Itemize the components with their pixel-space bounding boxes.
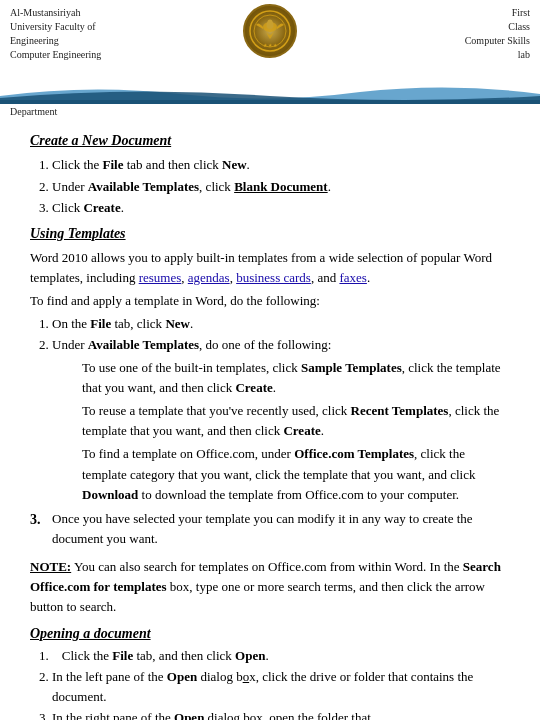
uni-dept-name: Computer Engineering: [10, 48, 101, 62]
class-rank: First: [465, 6, 530, 20]
open-dialog-label: Open: [167, 669, 197, 684]
find-apply-intro: To find and apply a template in Word, do…: [30, 291, 510, 311]
sub-item-sample: To use one of the built-in templates, cl…: [82, 358, 510, 398]
step3-text: Once you have selected your template you…: [52, 509, 510, 549]
create-label: Create: [83, 200, 120, 215]
list-item: Under Available Templates, click Blank D…: [52, 177, 510, 197]
class-label: Class: [465, 20, 530, 34]
resumes-link[interactable]: resumes: [139, 270, 182, 285]
available-templates-label2: Available Templates: [88, 337, 199, 352]
business-cards-link[interactable]: business cards: [236, 270, 311, 285]
sub-item-recent: To reuse a template that you've recently…: [82, 401, 510, 441]
note-block: NOTE: You can also search for templates …: [30, 557, 510, 617]
list-item: Click Create.: [52, 198, 510, 218]
agendas-link[interactable]: agendas: [188, 270, 230, 285]
note-label: NOTE:: [30, 559, 71, 574]
faxes-link[interactable]: faxes: [339, 270, 366, 285]
create-steps-list: Click the File tab and then click New. U…: [30, 155, 510, 218]
department-label: Department: [0, 104, 540, 119]
available-templates-label: Available Templates: [88, 179, 199, 194]
officecom-templates-label: Office.com Templates: [294, 446, 414, 461]
file-label: File: [103, 157, 124, 172]
uni-faculty: University Faculty of: [10, 20, 101, 34]
blank-doc-label: Blank Document: [234, 179, 328, 194]
step3-item: 3. Once you have selected your template …: [30, 509, 510, 549]
logo-emblem: ★ ★ ★: [243, 4, 297, 58]
class-subject: Computer Skills: [465, 34, 530, 48]
step3-number: 3.: [30, 509, 52, 549]
new-label: New: [222, 157, 247, 172]
main-content: Create a New Document Click the File tab…: [0, 119, 540, 720]
note-text: You can also search for templates on Off…: [30, 559, 501, 614]
header-wave-decoration: [0, 82, 540, 100]
find-steps-list: On the File tab, click New. Under Availa…: [30, 314, 510, 505]
create-label2: Create: [235, 380, 272, 395]
file-tab-label: File: [90, 316, 111, 331]
uni-faculty2: Engineering: [10, 34, 101, 48]
open-label: Open: [235, 648, 265, 663]
opening-section-title: Opening a document: [30, 626, 510, 642]
open-steps-list: Click the File tab, and then click Open.…: [30, 646, 510, 720]
class-info: First Class Computer Skills lab: [465, 6, 530, 62]
ox-char: o: [243, 669, 250, 684]
svg-point-4: [268, 20, 273, 25]
list-item: In the left pane of the Open dialog box,…: [52, 667, 510, 706]
create-section-title: Create a New Document: [30, 133, 510, 149]
templates-intro-para: Word 2010 allows you to apply built-in t…: [30, 248, 510, 288]
uni-name: Al-Mustansiriyah: [10, 6, 101, 20]
using-templates-title: Using Templates: [30, 226, 510, 242]
list-item: Click the File tab and then click New.: [52, 155, 510, 175]
create-label3: Create: [283, 423, 320, 438]
sample-templates-label: Sample Templates: [301, 360, 402, 375]
svg-text:★ ★ ★: ★ ★ ★: [263, 43, 279, 48]
new-label2: New: [165, 316, 190, 331]
page-header: Al-Mustansiriyah University Faculty of E…: [0, 0, 540, 80]
university-logo: ★ ★ ★: [243, 4, 297, 58]
list-item: On the File tab, click New.: [52, 314, 510, 334]
download-label: Download: [82, 487, 138, 502]
recent-templates-label: Recent Templates: [351, 403, 449, 418]
file-tab-open: File: [112, 648, 133, 663]
search-office-label: Search Office.com for templates: [30, 559, 501, 594]
sub-item-officecom: To find a template on Office.com, under …: [82, 444, 510, 504]
list-item: Click the File tab, and then click Open.: [52, 646, 510, 666]
university-info: Al-Mustansiriyah University Faculty of E…: [10, 6, 101, 62]
class-type: lab: [465, 48, 530, 62]
list-item: Under Available Templates, do one of the…: [52, 335, 510, 504]
list-item: In the right pane of the Open dialog box…: [52, 708, 510, 720]
open-dialog-label2: Open: [174, 710, 204, 720]
